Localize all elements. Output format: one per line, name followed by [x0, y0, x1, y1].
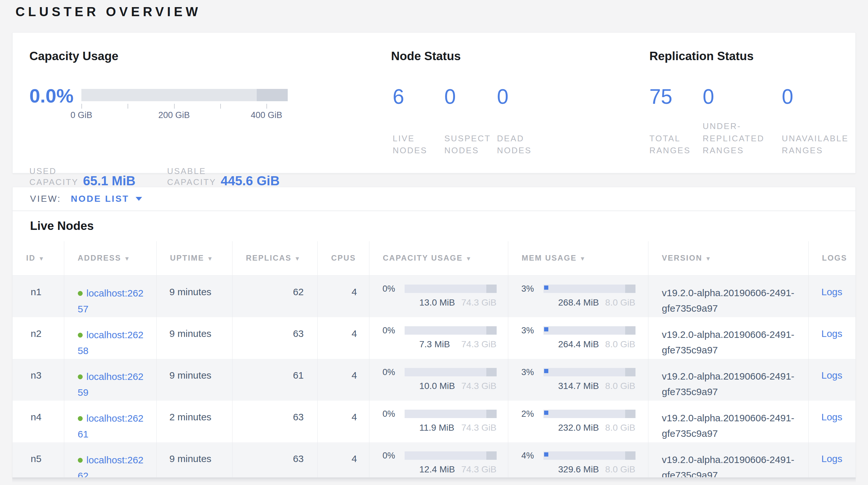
node-address-link[interactable]: localhost:26259 — [78, 371, 144, 398]
page-title: CLUSTER OVERVIEW — [16, 4, 201, 19]
node-uptime-cell: 9 minutes — [156, 317, 232, 359]
node-uptime-cell: 9 minutes — [156, 359, 232, 401]
column-header-label: CPUS — [331, 254, 356, 262]
column-header[interactable]: UPTIME▼ — [156, 241, 232, 275]
sort-desc-icon[interactable]: ▼ — [124, 255, 130, 262]
mem-total-value: 8.0 GiB — [605, 297, 635, 308]
column-header[interactable]: ID▼ — [12, 241, 64, 275]
capacity-details: USED CAPACITY 65.1 MiB USABLE CAPACITY 4… — [29, 166, 280, 188]
logs-link[interactable]: Logs — [822, 286, 842, 297]
mem-bar-endcap — [625, 368, 635, 376]
node-logs-cell: Logs — [808, 359, 856, 401]
sort-desc-icon[interactable]: ▼ — [38, 255, 45, 262]
mem-bar — [544, 451, 636, 460]
logs-link[interactable]: Logs — [822, 370, 842, 380]
column-header[interactable]: CAPACITY USAGE▼ — [369, 241, 508, 275]
sort-desc-icon[interactable]: ▼ — [466, 255, 472, 262]
capacity-used-value: 10.0 MiB — [420, 381, 455, 391]
node-status-stat: 0 SUSPECT NODES — [444, 86, 497, 157]
column-header[interactable]: VERSION▼ — [648, 241, 808, 275]
column-header-label: LOGS — [822, 254, 847, 262]
sort-desc-icon[interactable]: ▼ — [580, 255, 586, 262]
capacity-percent: 0% — [383, 451, 405, 460]
capacity-used-value: 7.3 MiB — [420, 339, 450, 349]
mem-usage-fill — [544, 327, 548, 332]
node-address-link[interactable]: localhost:26262 — [78, 455, 144, 478]
capacity-percent: 0% — [383, 367, 405, 377]
mem-used-value: 329.6 MiB — [558, 464, 599, 475]
table-row: n1 localhost:26257 9 minutes 62 4 0% — [12, 275, 856, 317]
column-header-label: MEM USAGE — [522, 254, 577, 262]
node-capacity-usage-cell: 0% 12.4 MiB 74.3 GiB — [369, 442, 508, 478]
node-mem-usage-cell: 3% 314.7 MiB 8.0 GiB — [508, 359, 648, 401]
capacity-bar-endcap — [486, 451, 496, 460]
tick-label-0: 0 GiB — [70, 110, 92, 120]
used-capacity-value: 65.1 MiB — [83, 174, 135, 188]
node-address-link[interactable]: localhost:26257 — [78, 288, 144, 315]
capacity-gauge-endcap — [257, 89, 288, 101]
chevron-down-icon[interactable] — [135, 197, 142, 201]
mem-percent: 3% — [522, 284, 544, 293]
capacity-bar — [405, 368, 497, 376]
logs-link[interactable]: Logs — [822, 453, 842, 464]
column-header[interactable]: ADDRESS▼ — [64, 241, 156, 275]
node-status-title: Node Status — [391, 50, 461, 63]
capacity-used-value: 11.9 MiB — [420, 423, 454, 433]
column-header-label: UPTIME — [170, 254, 205, 262]
live-nodes-title: Live Nodes — [30, 219, 856, 233]
mem-total-value: 8.0 GiB — [605, 339, 635, 349]
view-dropdown[interactable]: NODE LIST — [71, 194, 129, 204]
sort-desc-icon[interactable]: ▼ — [294, 255, 301, 262]
node-address-cell: localhost:26262 — [64, 442, 156, 478]
node-mem-usage-cell: 4% 329.6 MiB 8.0 GiB — [508, 442, 648, 478]
capacity-used-value: 13.0 MiB — [420, 297, 455, 308]
mem-used-value: 314.7 MiB — [558, 381, 599, 391]
capacity-bar — [405, 285, 497, 293]
mem-percent: 2% — [522, 409, 544, 419]
capacity-gauge-bar — [82, 89, 288, 101]
mem-used-value: 232.0 MiB — [558, 423, 599, 433]
node-logs-cell: Logs — [808, 275, 856, 317]
column-header[interactable]: CPUS▼ — [317, 241, 369, 275]
table-row: n5 localhost:26262 9 minutes 63 4 0% — [12, 442, 856, 478]
node-mem-usage-cell: 3% 268.4 MiB 8.0 GiB — [508, 275, 648, 317]
node-version-cell: v19.2.0-alpha.20190606-2491-gfe735c9a97 — [648, 359, 808, 401]
capacity-total-value: 74.3 GiB — [461, 297, 497, 308]
node-id-cell: n5 — [12, 442, 64, 478]
column-header[interactable]: LOGS▼ — [808, 241, 856, 275]
column-header[interactable]: REPLICAS▼ — [232, 241, 317, 275]
node-replicas-cell: 63 — [232, 317, 317, 359]
capacity-usage-title: Capacity Usage — [29, 50, 119, 63]
node-replicas-cell: 63 — [232, 401, 317, 442]
mem-total-value: 8.0 GiB — [605, 381, 635, 391]
column-header-label: CAPACITY USAGE — [383, 254, 463, 262]
used-capacity-label: USED CAPACITY — [29, 166, 79, 188]
capacity-total-value: 74.3 GiB — [461, 423, 497, 433]
node-capacity-usage-cell: 0% 13.0 MiB 74.3 GiB — [369, 275, 508, 317]
live-status-dot-icon — [78, 291, 83, 296]
logs-link[interactable]: Logs — [822, 411, 842, 422]
node-address-link[interactable]: localhost:26258 — [78, 330, 144, 356]
node-replicas-cell: 61 — [232, 359, 317, 401]
column-header[interactable]: MEM USAGE▼ — [508, 241, 648, 275]
mem-usage-fill — [544, 369, 548, 373]
sort-desc-icon[interactable]: ▼ — [705, 255, 712, 262]
logs-link[interactable]: Logs — [822, 328, 842, 339]
capacity-bar-endcap — [486, 368, 496, 376]
stat-label: DEAD NODES — [497, 133, 562, 157]
node-capacity-usage-cell: 0% 7.3 MiB 74.3 GiB — [369, 317, 508, 359]
node-address-cell: localhost:26259 — [64, 359, 156, 401]
replication-status-stat: 0 UNDER-REPLICATED RANGES — [703, 86, 782, 157]
node-address-link[interactable]: localhost:26261 — [78, 413, 144, 440]
mem-bar-endcap — [625, 326, 635, 335]
mem-percent: 3% — [522, 367, 544, 377]
live-nodes-table: ID▼ ADDRESS▼ UPTIME▼ REPLICAS▼ — [12, 241, 856, 478]
node-version-cell: v19.2.0-alpha.20190606-2491-gfe735c9a97 — [648, 442, 808, 478]
capacity-bar-endcap — [486, 285, 496, 293]
node-address-cell: localhost:26257 — [64, 275, 156, 317]
stat-value: 0 — [444, 86, 497, 107]
node-uptime-cell: 2 minutes — [156, 401, 232, 442]
capacity-bar — [405, 410, 497, 418]
sort-desc-icon[interactable]: ▼ — [207, 255, 213, 262]
replication-status-stats: 75 TOTAL RANGES 0 UNDER-REPLICATED RANGE… — [649, 86, 859, 157]
